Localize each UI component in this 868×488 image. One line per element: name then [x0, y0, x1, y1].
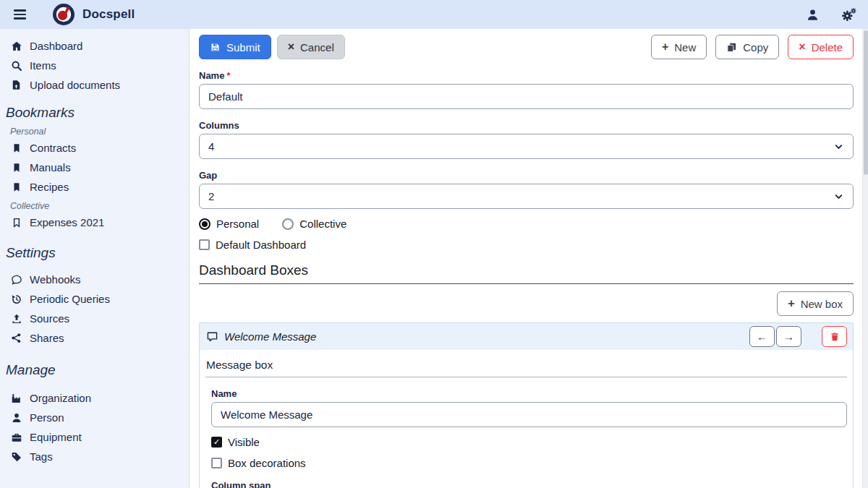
columns-select[interactable]: 4	[199, 134, 854, 159]
sidebar-item-label: Sources	[30, 312, 69, 325]
name-label: Name*	[199, 70, 854, 81]
sidebar-section-manage: Manage	[0, 362, 189, 380]
sidebar-item-person[interactable]: Person	[0, 408, 189, 427]
move-box-left-button[interactable]: ←	[749, 326, 775, 347]
arrow-right-icon: →	[783, 330, 794, 343]
sidebar-item-recipes[interactable]: Recipes	[0, 177, 189, 197]
copy-button[interactable]: Copy	[715, 35, 779, 59]
chevron-down-icon	[834, 192, 843, 201]
sidebar-item-label: Contracts	[30, 142, 76, 154]
plus-icon: +	[788, 298, 794, 309]
arrow-left-icon: ←	[757, 330, 767, 343]
sidebar-item-label: Items	[30, 59, 56, 72]
copy-icon	[726, 42, 737, 53]
default-dashboard-label: Default Dashboard	[216, 239, 306, 251]
person-icon	[10, 411, 22, 424]
sidebar-item-label: Organization	[30, 392, 91, 404]
column-span-label: Column span	[211, 480, 847, 488]
chevron-down-icon	[834, 142, 843, 151]
gap-select[interactable]: 2	[199, 184, 854, 209]
comment-icon	[10, 273, 22, 286]
app-title: Docspell	[82, 7, 135, 22]
share-icon	[10, 332, 22, 344]
comment-icon	[206, 330, 218, 343]
bookmark-group-personal: Personal	[0, 122, 189, 138]
briefcase-icon	[10, 431, 22, 443]
bookmark-outline-icon	[10, 216, 22, 228]
plus-icon: +	[662, 41, 668, 53]
sidebar: Dashboard Items Upload documents Bookmar…	[0, 29, 190, 488]
close-icon: ×	[288, 41, 294, 53]
sidebar-item-expenses-2021[interactable]: Expenses 2021	[0, 213, 189, 232]
name-input[interactable]: Default	[199, 84, 854, 109]
cogs-icon[interactable]	[839, 5, 858, 24]
box-decorations-checkbox[interactable]	[211, 458, 222, 468]
upload-icon	[10, 312, 22, 325]
sidebar-item-label: Webhooks	[30, 273, 81, 286]
new-box-button[interactable]: + New box	[777, 291, 854, 316]
bookmark-icon	[10, 161, 22, 174]
sidebar-item-items[interactable]: Items	[0, 56, 189, 75]
delete-box-button[interactable]	[822, 326, 847, 347]
history-icon	[10, 293, 22, 305]
sidebar-item-label: Tags	[30, 450, 53, 463]
collective-radio[interactable]	[282, 218, 294, 230]
columns-label: Columns	[199, 120, 854, 131]
sidebar-item-label: Shares	[30, 332, 64, 344]
sidebar-item-label: Person	[30, 411, 64, 424]
search-icon	[10, 59, 22, 72]
trash-icon	[830, 332, 840, 342]
sidebar-item-contracts[interactable]: Contracts	[0, 138, 189, 158]
box-decorations-label: Box decorations	[228, 457, 306, 469]
vertical-scrollbar[interactable]	[862, 29, 868, 488]
box-type-label: Message box	[205, 356, 847, 377]
default-dashboard-row: Default Dashboard	[199, 239, 854, 251]
box-name-label: Name	[211, 388, 847, 399]
sidebar-item-equipment[interactable]: Equipment	[0, 427, 189, 447]
form-toolbar: Submit × Cancel + New Copy × Dele	[199, 35, 854, 59]
scope-radio-group: Personal Collective	[199, 218, 854, 230]
visible-checkbox[interactable]: ✓	[211, 437, 222, 448]
new-button[interactable]: + New	[651, 35, 707, 59]
docspell-logo	[52, 3, 75, 26]
box-name-input[interactable]: Welcome Message	[211, 402, 847, 427]
sidebar-item-label: Expenses 2021	[30, 216, 104, 228]
default-dashboard-checkbox[interactable]	[199, 239, 210, 250]
move-box-right-button[interactable]: →	[776, 326, 801, 347]
sidebar-item-sources[interactable]: Sources	[0, 309, 189, 328]
bookmark-icon	[10, 142, 22, 154]
personal-radio[interactable]	[199, 218, 210, 230]
menu-icon[interactable]	[10, 5, 29, 24]
file-upload-icon	[10, 79, 22, 91]
topbar: Docspell	[0, 0, 868, 29]
cancel-button[interactable]: × Cancel	[277, 35, 345, 59]
sidebar-item-shares[interactable]: Shares	[0, 328, 189, 348]
home-icon	[10, 40, 22, 52]
sidebar-item-label: Periodic Queries	[30, 293, 110, 305]
sidebar-item-upload[interactable]: Upload documents	[0, 75, 189, 95]
visible-row: ✓ Visible	[211, 436, 847, 448]
sidebar-item-manuals[interactable]: Manuals	[0, 158, 189, 177]
sidebar-item-periodic-queries[interactable]: Periodic Queries	[0, 289, 189, 309]
sidebar-section-bookmarks: Bookmarks	[0, 105, 189, 122]
sidebar-item-tags[interactable]: Tags	[0, 447, 189, 466]
bookmark-icon	[10, 181, 22, 193]
dashboard-box-panel: Welcome Message ← → Message box Name Wel…	[199, 322, 854, 488]
box-title: Welcome Message	[224, 330, 316, 343]
box-panel-body: Message box Name Welcome Message ✓ Visib…	[200, 350, 853, 488]
delete-button[interactable]: × Delete	[788, 35, 854, 59]
save-icon	[210, 42, 221, 53]
main-content: Submit × Cancel + New Copy × Dele	[190, 29, 868, 488]
sidebar-section-settings: Settings	[0, 245, 189, 262]
sidebar-item-label: Recipes	[30, 181, 69, 193]
scrollbar-thumb[interactable]	[864, 30, 868, 175]
user-icon[interactable]	[803, 5, 822, 24]
sidebar-item-dashboard[interactable]: Dashboard	[0, 36, 189, 56]
sidebar-item-webhooks[interactable]: Webhooks	[0, 270, 189, 289]
sidebar-item-label: Upload documents	[30, 79, 120, 91]
close-icon: ×	[799, 41, 805, 53]
visible-label: Visible	[228, 436, 260, 448]
personal-radio-label: Personal	[216, 218, 259, 230]
sidebar-item-organization[interactable]: Organization	[0, 388, 189, 408]
submit-button[interactable]: Submit	[199, 35, 271, 59]
